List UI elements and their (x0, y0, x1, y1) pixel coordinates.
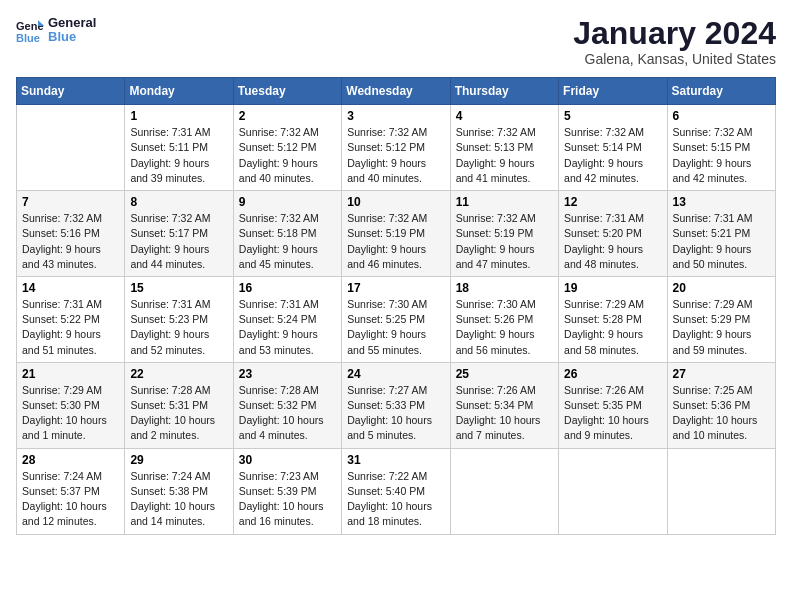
day-info: Sunrise: 7:31 AM Sunset: 5:24 PM Dayligh… (239, 297, 336, 358)
day-number: 16 (239, 281, 336, 295)
day-number: 13 (673, 195, 770, 209)
day-number: 2 (239, 109, 336, 123)
day-info: Sunrise: 7:32 AM Sunset: 5:14 PM Dayligh… (564, 125, 661, 186)
calendar-cell: 26Sunrise: 7:26 AM Sunset: 5:35 PM Dayli… (559, 362, 667, 448)
day-number: 27 (673, 367, 770, 381)
calendar-week-1: 7Sunrise: 7:32 AM Sunset: 5:16 PM Daylig… (17, 191, 776, 277)
calendar-cell: 5Sunrise: 7:32 AM Sunset: 5:14 PM Daylig… (559, 105, 667, 191)
calendar-cell: 12Sunrise: 7:31 AM Sunset: 5:20 PM Dayli… (559, 191, 667, 277)
day-number: 15 (130, 281, 227, 295)
day-info: Sunrise: 7:24 AM Sunset: 5:38 PM Dayligh… (130, 469, 227, 530)
day-info: Sunrise: 7:31 AM Sunset: 5:21 PM Dayligh… (673, 211, 770, 272)
day-number: 25 (456, 367, 553, 381)
day-info: Sunrise: 7:27 AM Sunset: 5:33 PM Dayligh… (347, 383, 444, 444)
day-number: 4 (456, 109, 553, 123)
calendar-cell: 14Sunrise: 7:31 AM Sunset: 5:22 PM Dayli… (17, 276, 125, 362)
day-info: Sunrise: 7:29 AM Sunset: 5:29 PM Dayligh… (673, 297, 770, 358)
day-number: 19 (564, 281, 661, 295)
logo-text-blue: Blue (48, 30, 96, 44)
calendar-week-3: 21Sunrise: 7:29 AM Sunset: 5:30 PM Dayli… (17, 362, 776, 448)
calendar-week-0: 1Sunrise: 7:31 AM Sunset: 5:11 PM Daylig… (17, 105, 776, 191)
calendar-week-2: 14Sunrise: 7:31 AM Sunset: 5:22 PM Dayli… (17, 276, 776, 362)
calendar-cell: 10Sunrise: 7:32 AM Sunset: 5:19 PM Dayli… (342, 191, 450, 277)
calendar-cell: 16Sunrise: 7:31 AM Sunset: 5:24 PM Dayli… (233, 276, 341, 362)
day-info: Sunrise: 7:31 AM Sunset: 5:11 PM Dayligh… (130, 125, 227, 186)
day-info: Sunrise: 7:32 AM Sunset: 5:15 PM Dayligh… (673, 125, 770, 186)
day-info: Sunrise: 7:32 AM Sunset: 5:16 PM Dayligh… (22, 211, 119, 272)
calendar-cell: 13Sunrise: 7:31 AM Sunset: 5:21 PM Dayli… (667, 191, 775, 277)
header-thursday: Thursday (450, 78, 558, 105)
calendar-cell: 20Sunrise: 7:29 AM Sunset: 5:29 PM Dayli… (667, 276, 775, 362)
logo-text-general: General (48, 16, 96, 30)
header: General Blue General Blue January 2024 G… (16, 16, 776, 67)
day-info: Sunrise: 7:29 AM Sunset: 5:28 PM Dayligh… (564, 297, 661, 358)
calendar-cell: 19Sunrise: 7:29 AM Sunset: 5:28 PM Dayli… (559, 276, 667, 362)
page-title: January 2024 (573, 16, 776, 51)
day-number: 9 (239, 195, 336, 209)
day-info: Sunrise: 7:32 AM Sunset: 5:13 PM Dayligh… (456, 125, 553, 186)
day-info: Sunrise: 7:30 AM Sunset: 5:26 PM Dayligh… (456, 297, 553, 358)
day-number: 22 (130, 367, 227, 381)
day-number: 3 (347, 109, 444, 123)
calendar-cell: 22Sunrise: 7:28 AM Sunset: 5:31 PM Dayli… (125, 362, 233, 448)
day-info: Sunrise: 7:26 AM Sunset: 5:35 PM Dayligh… (564, 383, 661, 444)
day-info: Sunrise: 7:31 AM Sunset: 5:20 PM Dayligh… (564, 211, 661, 272)
day-number: 20 (673, 281, 770, 295)
calendar-week-4: 28Sunrise: 7:24 AM Sunset: 5:37 PM Dayli… (17, 448, 776, 534)
day-info: Sunrise: 7:26 AM Sunset: 5:34 PM Dayligh… (456, 383, 553, 444)
calendar-cell: 18Sunrise: 7:30 AM Sunset: 5:26 PM Dayli… (450, 276, 558, 362)
header-sunday: Sunday (17, 78, 125, 105)
calendar-cell (667, 448, 775, 534)
day-number: 23 (239, 367, 336, 381)
calendar-cell: 28Sunrise: 7:24 AM Sunset: 5:37 PM Dayli… (17, 448, 125, 534)
calendar-cell: 23Sunrise: 7:28 AM Sunset: 5:32 PM Dayli… (233, 362, 341, 448)
header-monday: Monday (125, 78, 233, 105)
day-number: 6 (673, 109, 770, 123)
calendar-cell: 3Sunrise: 7:32 AM Sunset: 5:12 PM Daylig… (342, 105, 450, 191)
day-info: Sunrise: 7:32 AM Sunset: 5:12 PM Dayligh… (239, 125, 336, 186)
calendar-cell: 17Sunrise: 7:30 AM Sunset: 5:25 PM Dayli… (342, 276, 450, 362)
calendar-cell: 15Sunrise: 7:31 AM Sunset: 5:23 PM Dayli… (125, 276, 233, 362)
calendar-cell: 9Sunrise: 7:32 AM Sunset: 5:18 PM Daylig… (233, 191, 341, 277)
day-number: 24 (347, 367, 444, 381)
day-info: Sunrise: 7:29 AM Sunset: 5:30 PM Dayligh… (22, 383, 119, 444)
calendar-cell: 27Sunrise: 7:25 AM Sunset: 5:36 PM Dayli… (667, 362, 775, 448)
calendar-header-row: SundayMondayTuesdayWednesdayThursdayFrid… (17, 78, 776, 105)
header-friday: Friday (559, 78, 667, 105)
calendar-cell: 24Sunrise: 7:27 AM Sunset: 5:33 PM Dayli… (342, 362, 450, 448)
day-number: 17 (347, 281, 444, 295)
day-info: Sunrise: 7:31 AM Sunset: 5:23 PM Dayligh… (130, 297, 227, 358)
day-number: 26 (564, 367, 661, 381)
day-number: 5 (564, 109, 661, 123)
calendar-cell: 21Sunrise: 7:29 AM Sunset: 5:30 PM Dayli… (17, 362, 125, 448)
day-info: Sunrise: 7:32 AM Sunset: 5:19 PM Dayligh… (456, 211, 553, 272)
day-info: Sunrise: 7:32 AM Sunset: 5:12 PM Dayligh… (347, 125, 444, 186)
day-number: 10 (347, 195, 444, 209)
day-info: Sunrise: 7:30 AM Sunset: 5:25 PM Dayligh… (347, 297, 444, 358)
day-number: 8 (130, 195, 227, 209)
calendar-cell (17, 105, 125, 191)
day-info: Sunrise: 7:28 AM Sunset: 5:32 PM Dayligh… (239, 383, 336, 444)
day-info: Sunrise: 7:24 AM Sunset: 5:37 PM Dayligh… (22, 469, 119, 530)
day-info: Sunrise: 7:32 AM Sunset: 5:19 PM Dayligh… (347, 211, 444, 272)
calendar-cell: 8Sunrise: 7:32 AM Sunset: 5:17 PM Daylig… (125, 191, 233, 277)
calendar-cell: 30Sunrise: 7:23 AM Sunset: 5:39 PM Dayli… (233, 448, 341, 534)
day-info: Sunrise: 7:31 AM Sunset: 5:22 PM Dayligh… (22, 297, 119, 358)
day-number: 12 (564, 195, 661, 209)
calendar-cell (450, 448, 558, 534)
day-info: Sunrise: 7:32 AM Sunset: 5:18 PM Dayligh… (239, 211, 336, 272)
header-tuesday: Tuesday (233, 78, 341, 105)
day-number: 28 (22, 453, 119, 467)
day-info: Sunrise: 7:22 AM Sunset: 5:40 PM Dayligh… (347, 469, 444, 530)
logo: General Blue General Blue (16, 16, 96, 45)
calendar-cell: 29Sunrise: 7:24 AM Sunset: 5:38 PM Dayli… (125, 448, 233, 534)
day-number: 14 (22, 281, 119, 295)
day-info: Sunrise: 7:23 AM Sunset: 5:39 PM Dayligh… (239, 469, 336, 530)
calendar-cell: 6Sunrise: 7:32 AM Sunset: 5:15 PM Daylig… (667, 105, 775, 191)
calendar-cell: 31Sunrise: 7:22 AM Sunset: 5:40 PM Dayli… (342, 448, 450, 534)
header-wednesday: Wednesday (342, 78, 450, 105)
day-info: Sunrise: 7:32 AM Sunset: 5:17 PM Dayligh… (130, 211, 227, 272)
day-number: 1 (130, 109, 227, 123)
day-info: Sunrise: 7:25 AM Sunset: 5:36 PM Dayligh… (673, 383, 770, 444)
calendar-cell: 25Sunrise: 7:26 AM Sunset: 5:34 PM Dayli… (450, 362, 558, 448)
